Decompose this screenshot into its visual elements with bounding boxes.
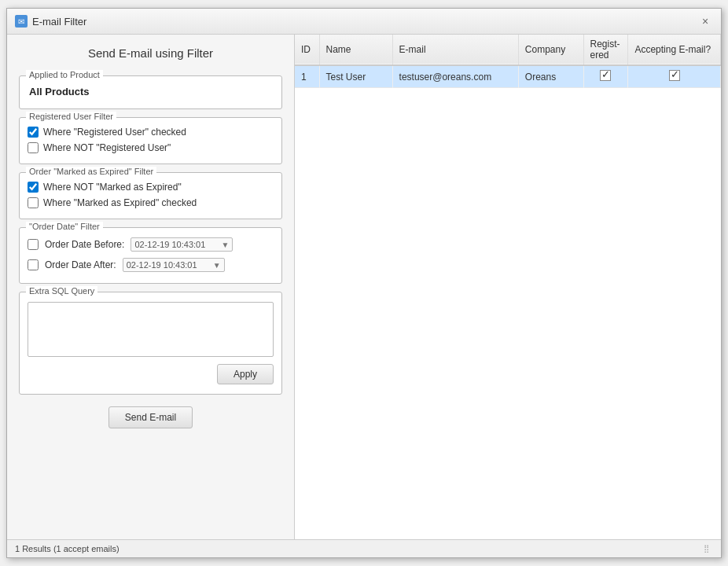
order-date-after-value: 02-12-19 10:43:01 <box>127 260 197 270</box>
cell-registered <box>583 65 628 88</box>
marked-expired-filter-group: Order "Marked as Expired" Filter Where N… <box>19 172 282 219</box>
col-header-accepting: Accepting E-mail? <box>628 35 721 65</box>
order-date-before-value: 02-12-19 10:43:01 <box>134 240 205 249</box>
extra-sql-textarea[interactable] <box>28 302 274 357</box>
cell-company: Oreans <box>518 65 583 88</box>
email-icon: ✉ <box>15 15 28 28</box>
apply-button[interactable]: Apply <box>217 364 274 384</box>
col-header-company: Company <box>518 35 583 65</box>
status-text: 1 Results (1 accept emails) <box>15 544 119 553</box>
accepting-check <box>669 70 680 81</box>
col-header-registered: Regist-ered <box>583 35 628 65</box>
dialog-title: E-mail Filter <box>32 16 86 28</box>
order-date-after-row: Order Date After: 02-12-19 10:43:01 ▼ <box>28 255 274 275</box>
registered-user-option1-label[interactable]: Where "Registered User" checked <box>43 127 186 138</box>
col-header-name: Name <box>319 35 392 65</box>
col-header-email: E-mail <box>392 35 518 65</box>
registered-user-checked-checkbox[interactable] <box>28 127 39 138</box>
order-date-before-label[interactable]: Order Date Before: <box>45 239 124 250</box>
cell-name: Test User <box>319 65 392 88</box>
order-date-before-input[interactable]: 02-12-19 10:43:01 ▼ <box>131 237 233 252</box>
results-table: ID Name E-mail Company Regist-ered <box>295 35 721 88</box>
registered-user-legend: Registered User Filter <box>26 112 116 121</box>
order-date-after-input[interactable]: 02-12-19 10:43:01 ▼ <box>123 258 225 272</box>
send-email-button[interactable]: Send E-mail <box>108 406 193 428</box>
resize-handle[interactable]: ⣿ <box>704 544 713 553</box>
order-date-before-checkbox[interactable] <box>28 239 39 250</box>
cell-email: testuser@oreans.com <box>392 65 518 88</box>
email-filter-dialog: ✉ E-mail Filter × Send E-mail using Filt… <box>6 8 722 558</box>
expired-option-row: Where "Marked as Expired" checked <box>28 195 274 211</box>
table-header-row: ID Name E-mail Company Regist-ered <box>295 35 721 65</box>
right-panel: ID Name E-mail Company Regist-ered <box>294 35 721 539</box>
not-registered-user-checkbox[interactable] <box>28 142 39 153</box>
extra-sql-group: Extra SQL Query Apply <box>19 292 282 395</box>
registered-user-option2-row: Where NOT "Registered User" <box>28 140 274 156</box>
table-body: 1Test Usertestuser@oreans.comOreans <box>295 65 721 88</box>
dialog-body: Send E-mail using Filter Applied to Prod… <box>7 35 721 539</box>
order-date-after-checkbox[interactable] <box>28 259 39 270</box>
order-date-legend: "Order Date" Filter <box>26 222 103 231</box>
left-panel: Send E-mail using Filter Applied to Prod… <box>7 35 294 539</box>
expired-label[interactable]: Where "Marked as Expired" checked <box>43 197 197 208</box>
apply-btn-row: Apply <box>28 359 274 386</box>
registered-user-option2-label[interactable]: Where NOT "Registered User" <box>43 142 171 153</box>
order-date-filter-group: "Order Date" Filter Order Date Before: 0… <box>19 227 282 284</box>
cell-accepting <box>628 65 721 88</box>
not-marked-expired-checkbox[interactable] <box>28 182 39 193</box>
registered-user-option1-row: Where "Registered User" checked <box>28 124 274 140</box>
order-date-after-label[interactable]: Order Date After: <box>45 259 116 270</box>
not-expired-label[interactable]: Where NOT "Marked as Expired" <box>43 182 182 193</box>
order-date-before-arrow: ▼ <box>221 241 229 249</box>
registered-user-filter-group: Registered User Filter Where "Registered… <box>19 117 282 164</box>
dialog-footer: 1 Results (1 accept emails) ⣿ <box>7 539 721 557</box>
applied-to-product-group: Applied to Product All Products <box>19 75 282 109</box>
registered-check <box>600 70 611 81</box>
marked-expired-legend: Order "Marked as Expired" Filter <box>26 167 156 176</box>
col-header-id: ID <box>295 35 319 65</box>
marked-expired-checked-checkbox[interactable] <box>28 197 39 208</box>
applied-product-legend: Applied to Product <box>26 70 103 79</box>
order-date-before-row: Order Date Before: 02-12-19 10:43:01 ▼ <box>28 234 274 255</box>
send-email-row: Send E-mail <box>19 402 282 432</box>
cell-id: 1 <box>295 65 319 88</box>
title-bar-left: ✉ E-mail Filter <box>15 15 86 28</box>
table-row[interactable]: 1Test Usertestuser@oreans.comOreans <box>295 65 721 88</box>
not-expired-option-row: Where NOT "Marked as Expired" <box>28 179 274 195</box>
order-date-after-arrow: ▼ <box>213 261 221 270</box>
close-button[interactable]: × <box>697 13 713 29</box>
product-value: All Products <box>28 83 274 101</box>
title-bar: ✉ E-mail Filter × <box>7 9 721 35</box>
extra-sql-legend: Extra SQL Query <box>26 286 97 296</box>
panel-title: Send E-mail using Filter <box>19 42 282 68</box>
